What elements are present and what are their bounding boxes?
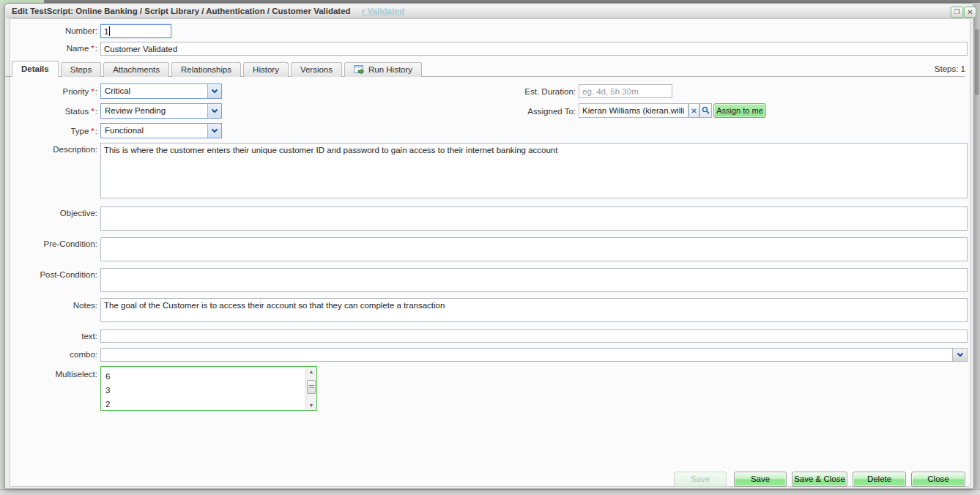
dialog-titlebar[interactable]: Edit TestScript: Online Banking / Script… [6,4,973,18]
background-ghost-link: r Validated [362,7,404,15]
status-label: Status*: [24,107,97,116]
backdrop-bottom-strip [0,489,980,495]
tab-steps[interactable]: Steps [61,62,101,77]
post-condition-label: Post-Condition: [24,270,97,279]
window-restore-button[interactable]: ❐ [951,7,963,18]
number-label: Number: [24,26,97,35]
name-input[interactable] [100,42,968,56]
tab-bar: Details Steps Attachments Relationships … [12,61,422,77]
est-duration-label: Est. Duration: [502,87,576,96]
chevron-down-icon[interactable] [207,84,221,98]
pre-condition-textarea[interactable] [100,237,968,261]
chevron-down-icon[interactable] [952,349,967,361]
number-input[interactable] [100,24,171,38]
scroll-down-icon[interactable]: ▼ [306,401,316,410]
window-close-icon: ✕ [967,8,973,16]
scroll-up-icon[interactable]: ▲ [306,367,316,376]
multiselect-label: Multiselect: [24,370,97,379]
multiselect-listbox[interactable]: 6 3 2 ▲ ▼ [100,366,317,411]
save-and-close-button[interactable]: Save & Close [792,472,847,487]
required-mark: * [91,44,94,53]
assigned-to-label: Assigned To: [502,107,576,116]
dialog-title: Edit TestScript: Online Banking / Script… [12,7,351,15]
pre-condition-label: Pre-Condition: [24,239,97,248]
clear-icon: ✕ [691,107,697,115]
run-history-icon [354,65,365,75]
priority-select[interactable]: Critical [100,83,222,99]
name-label: Name*: [24,44,97,53]
page-scrollbar-thumb[interactable] [975,29,979,95]
notes-textarea[interactable]: The goal of the Customer is to access th… [100,298,968,322]
chevron-down-icon[interactable] [207,124,221,138]
tab-versions[interactable]: Versions [291,62,342,77]
objective-label: Objective: [24,209,97,217]
delete-button[interactable]: Delete [853,472,906,487]
multiselect-option[interactable]: 6 [102,370,305,384]
window-restore-icon: ❐ [954,8,959,15]
text-field-input[interactable] [100,330,968,343]
combo-field-label: combo: [24,350,97,359]
assigned-to-input[interactable] [579,103,688,118]
description-textarea[interactable]: This is where the customer enters their … [100,143,968,198]
tab-run-history[interactable]: Run History [344,62,422,77]
multiselect-scrollbar[interactable]: ▲ ▼ [305,367,316,410]
status-select[interactable]: Review Pending [100,103,222,119]
tab-attachments[interactable]: Attachments [103,62,169,77]
text-caret [109,26,110,36]
est-duration-input[interactable] [579,84,672,98]
assigned-to-search-button[interactable] [699,103,712,118]
save-button[interactable]: Save [734,472,787,487]
multiselect-option[interactable]: 3 [102,384,305,398]
tab-relationships[interactable]: Relationships [171,62,241,77]
objective-textarea[interactable] [100,206,968,231]
screen: Edit TestScript: Online Banking / Script… [0,0,980,495]
tab-history[interactable]: History [243,62,289,77]
scroll-thumb-grip-icon [309,385,314,390]
steps-count: Steps: 1 [879,64,965,73]
search-icon [702,106,710,116]
assign-to-me-button[interactable]: Assign to me [713,103,766,118]
save-button-disabled: Save [674,472,727,487]
multiselect-scroll-thumb[interactable] [307,380,316,394]
window-close-button[interactable]: ✕ [964,7,976,18]
post-condition-textarea[interactable] [100,268,968,292]
text-field-label: text: [24,332,97,340]
type-select[interactable]: Functional [100,123,222,138]
priority-label: Priority*: [24,87,97,96]
tab-details[interactable]: Details [12,61,59,77]
close-button[interactable]: Close [911,472,965,487]
chevron-down-icon[interactable] [207,104,221,118]
notes-label: Notes: [24,301,97,310]
multiselect-option[interactable]: 2 [102,398,305,412]
combo-field-select[interactable] [100,348,968,362]
description-label: Description: [24,145,97,154]
type-label: Type*: [24,127,97,135]
assigned-to-clear-button[interactable]: ✕ [688,103,699,118]
